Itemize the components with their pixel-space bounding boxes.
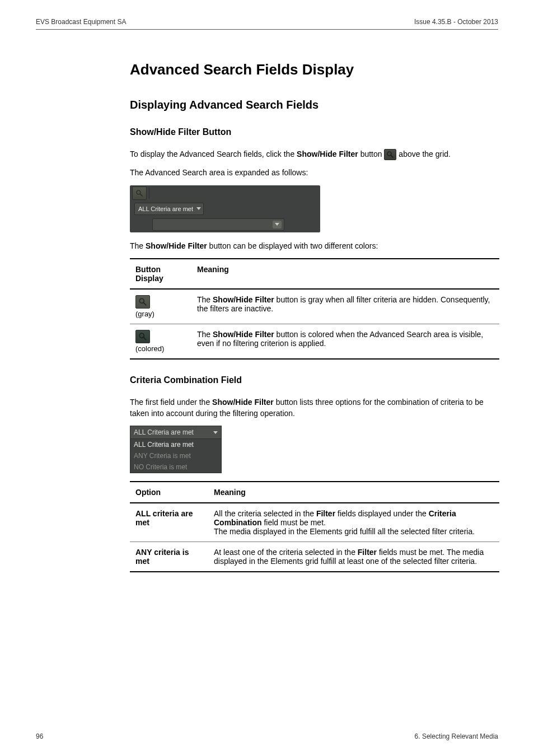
- svg-line-1: [391, 155, 394, 157]
- header-right: Issue 4.35.B - October 2013: [414, 18, 498, 26]
- table-row: (gray) The Show/Hide Filter button is gr…: [130, 289, 499, 324]
- colored-label: (colored): [135, 344, 186, 353]
- opt-all-label: ALL criteria are met: [135, 509, 193, 527]
- button-display-table: Button Display Meaning (gray) The Show/H…: [130, 258, 499, 360]
- colors-note: The Show/Hide Filter button can be displ…: [130, 240, 499, 251]
- magnifier-icon-gray: [135, 295, 150, 309]
- magnifier-icon: [384, 149, 396, 160]
- chevron-down-icon: [275, 223, 279, 226]
- criteria-option-all[interactable]: ALL Criteria are met: [130, 439, 221, 450]
- expanded-note: The Advanced Search area is expanded as …: [130, 167, 499, 178]
- criteria-intro: The first field under the Show/Hide Filt…: [130, 396, 499, 419]
- criteria-combination-select[interactable]: ALL Criteria are met: [134, 203, 204, 215]
- search-panel: ALL Criteria are met: [130, 185, 320, 232]
- filter-field-select[interactable]: [152, 218, 284, 231]
- show-hide-intro: To display the Advanced Search fields, c…: [130, 148, 499, 160]
- criteria-options-table: Option Meaning ALL criteria are met All …: [130, 481, 499, 572]
- magnifier-icon: [135, 189, 143, 197]
- page-title: Advanced Search Fields Display: [130, 61, 499, 78]
- th-meaning: Meaning: [208, 482, 499, 503]
- criteria-option-no[interactable]: NO Criteria is met: [130, 461, 221, 473]
- show-hide-filter-button[interactable]: [132, 186, 147, 200]
- svg-line-5: [143, 302, 146, 305]
- svg-line-7: [143, 337, 146, 339]
- section-subtitle: Displaying Advanced Search Fields: [130, 99, 499, 111]
- criteria-selected: ALL Criteria are met: [134, 428, 194, 436]
- footer-section: 6. Selecting Relevant Media: [415, 732, 498, 740]
- th-button-display: Button Display: [130, 259, 191, 289]
- criteria-option-any[interactable]: ANY Criteria is met: [130, 450, 221, 461]
- show-hide-heading: Show/Hide Filter Button: [130, 127, 499, 137]
- footer-page-number: 96: [36, 732, 43, 740]
- criteria-options-dropdown[interactable]: ALL Criteria are met ALL Criteria are me…: [130, 426, 222, 473]
- th-meaning: Meaning: [191, 259, 499, 289]
- gray-label: (gray): [135, 310, 186, 318]
- chevron-down-icon: [196, 207, 201, 210]
- criteria-heading: Criteria Combination Field: [130, 375, 499, 385]
- chevron-down-icon: [213, 431, 218, 434]
- th-option: Option: [130, 482, 208, 503]
- svg-line-3: [140, 194, 142, 196]
- panel-divider: [149, 188, 149, 199]
- header-divider: [36, 29, 498, 30]
- opt-any-label: ANY criteria is met: [135, 548, 189, 566]
- header-left: EVS Broadcast Equipment SA: [36, 18, 126, 26]
- table-row: ANY criteria is met At least one of the …: [130, 542, 499, 572]
- criteria-combination-label: ALL Criteria are met: [138, 206, 193, 212]
- magnifier-icon-colored: [135, 330, 150, 343]
- table-row: (colored) The Show/Hide Filter button is…: [130, 324, 499, 359]
- table-row: ALL criteria are met All the criteria se…: [130, 503, 499, 542]
